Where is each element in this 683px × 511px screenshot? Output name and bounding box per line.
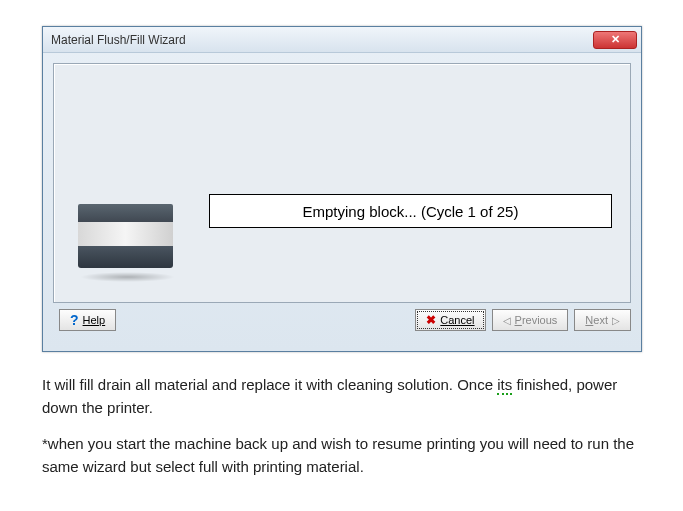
instruction-para-2: *when you start the machine back up and …: [42, 433, 642, 478]
status-message-box: Emptying block... (Cycle 1 of 25): [209, 194, 612, 228]
help-icon: ?: [70, 312, 79, 328]
instructions-text: It will fill drain all material and repl…: [42, 374, 642, 478]
help-button[interactable]: ? Help: [59, 309, 116, 331]
window-title: Material Flush/Fill Wizard: [51, 33, 186, 47]
titlebar: Material Flush/Fill Wizard ✕: [43, 27, 641, 53]
content-area: Emptying block... (Cycle 1 of 25) ? Help…: [43, 53, 641, 351]
previous-label: Previous: [515, 314, 558, 326]
next-label: Next: [585, 314, 608, 326]
previous-button: ◁ Previous: [492, 309, 569, 331]
printer-image: [70, 194, 180, 284]
close-icon: ✕: [611, 33, 620, 46]
close-button[interactable]: ✕: [593, 31, 637, 49]
button-row: ? Help ✖ Cancel ◁ Previous Next ▷: [53, 303, 631, 341]
arrow-right-icon: ▷: [612, 315, 620, 326]
printer-icon: [78, 204, 173, 274]
wizard-window: Material Flush/Fill Wizard ✕ Emptying bl…: [42, 26, 642, 352]
cancel-label: Cancel: [440, 314, 474, 326]
main-panel: Emptying block... (Cycle 1 of 25): [53, 63, 631, 303]
cancel-icon: ✖: [426, 313, 436, 327]
arrow-left-icon: ◁: [503, 315, 511, 326]
cancel-button[interactable]: ✖ Cancel: [415, 309, 485, 331]
help-label: Help: [83, 314, 106, 326]
status-text: Emptying block... (Cycle 1 of 25): [303, 203, 519, 220]
instruction-para-1: It will fill drain all material and repl…: [42, 374, 642, 419]
spelling-mark: its: [497, 376, 512, 395]
next-button: Next ▷: [574, 309, 631, 331]
